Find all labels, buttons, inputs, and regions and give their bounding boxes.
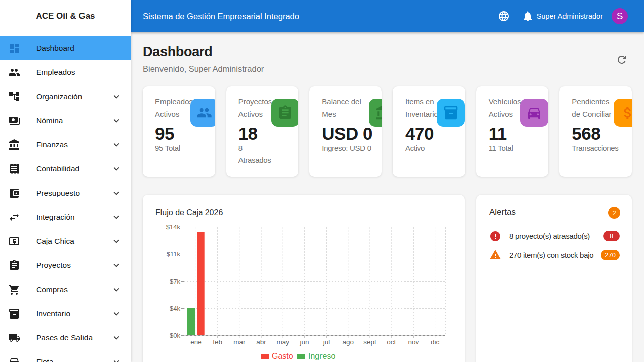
svg-text:Ingreso: Ingreso	[308, 352, 335, 360]
svg-text:ene: ene	[190, 338, 202, 346]
svg-text:$0k: $0k	[170, 332, 180, 339]
svg-text:jul: jul	[323, 338, 330, 346]
svg-text:sept: sept	[363, 338, 376, 346]
svg-text:may: may	[276, 338, 289, 346]
svg-text:mar: mar	[233, 338, 246, 346]
svg-text:jun: jun	[299, 338, 309, 346]
svg-text:nov: nov	[408, 338, 419, 346]
svg-text:$7k: $7k	[170, 278, 180, 285]
svg-text:$4k: $4k	[170, 305, 180, 312]
svg-text:$11k: $11k	[167, 250, 181, 258]
svg-text:ago: ago	[343, 338, 354, 346]
svg-text:abr: abr	[256, 338, 266, 346]
svg-text:oct: oct	[387, 338, 396, 346]
svg-text:$14k: $14k	[166, 223, 181, 231]
svg-text:dic: dic	[431, 338, 440, 346]
svg-text:feb: feb	[213, 338, 222, 346]
svg-text:Gasto: Gasto	[272, 352, 293, 360]
